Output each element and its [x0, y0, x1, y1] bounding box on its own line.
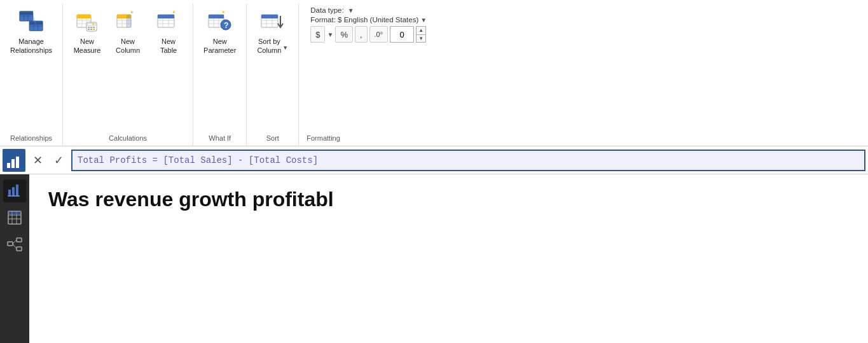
- new-table-icon: ✦: [156, 9, 181, 34]
- svg-rect-20: [90, 27, 92, 28]
- format-dropdown-arrow[interactable]: ▼: [420, 17, 427, 24]
- new-column-label: NewColumn: [116, 37, 140, 55]
- sort-by-column-label-row: Sort byColumn ▼: [257, 37, 288, 55]
- svg-rect-56: [7, 163, 10, 168]
- formatting-content: Data type: ▼ Format: $ English (United S…: [304, 4, 863, 132]
- sidebar: [0, 174, 29, 343]
- sidebar-data-view[interactable]: [3, 206, 26, 229]
- new-parameter-button[interactable]: ? ✦ NewParameter: [198, 6, 241, 58]
- ribbon-group-relationships: ManageRelationships Relationships: [0, 4, 63, 146]
- svg-rect-61: [16, 185, 18, 196]
- decimal-input[interactable]: [390, 26, 414, 43]
- sort-group-label: Sort: [252, 132, 293, 146]
- ribbon-group-whatif: ? ✦ NewParameter What If: [193, 4, 247, 146]
- new-measure-button[interactable]: ✦ NewMeasure: [68, 6, 106, 58]
- manage-relationships-icon: [18, 9, 44, 34]
- svg-rect-57: [11, 159, 15, 168]
- svg-rect-59: [8, 190, 11, 196]
- ribbon-group-calculations-items: ✦ NewMeasure: [68, 4, 188, 132]
- manage-relationships-label: ManageRelationships: [10, 37, 52, 55]
- sidebar-report-view[interactable]: [3, 179, 26, 202]
- svg-text:?: ?: [224, 21, 228, 30]
- formula-cancel-button[interactable]: ✕: [29, 153, 46, 167]
- formula-input[interactable]: [71, 150, 865, 171]
- svg-line-72: [13, 240, 17, 244]
- sort-by-column-label: Sort byColumn: [257, 37, 281, 55]
- comma-button[interactable]: ,: [355, 26, 368, 43]
- chart-icon: [3, 149, 25, 172]
- ribbon-group-sort-items: Sort byColumn ▼: [252, 4, 293, 132]
- calculations-group-label: Calculations: [68, 132, 188, 146]
- svg-line-73: [13, 244, 17, 249]
- decimal-spinner: ▲ ▼: [416, 26, 426, 43]
- content-title: Was revenue growth profitabl: [48, 187, 849, 211]
- svg-rect-21: [93, 27, 95, 28]
- formatting-group-label: Formatting: [304, 132, 863, 146]
- sort-by-column-icon: [260, 9, 286, 34]
- decimal-button[interactable]: .0°: [369, 26, 389, 43]
- svg-rect-68: [8, 211, 21, 215]
- svg-text:✦: ✦: [221, 10, 226, 15]
- svg-rect-1: [20, 12, 33, 15]
- svg-rect-12: [77, 15, 91, 18]
- svg-rect-19: [88, 27, 90, 28]
- svg-rect-22: [88, 29, 90, 30]
- ribbon-group-calculations: ✦ NewMeasure: [63, 4, 193, 146]
- currency-dropdown-arrow[interactable]: ▼: [327, 31, 333, 38]
- new-column-icon: ✦: [115, 9, 141, 34]
- svg-text:✦: ✦: [130, 10, 134, 15]
- svg-text:✦: ✦: [172, 10, 176, 15]
- data-type-row: Data type: ▼: [310, 6, 857, 14]
- new-table-button[interactable]: ✦ NewTable: [149, 6, 188, 58]
- currency-button[interactable]: $: [310, 26, 325, 43]
- ribbon: ManageRelationships Relationships: [0, 0, 868, 146]
- new-measure-label: NewMeasure: [74, 37, 101, 55]
- data-type-dropdown-arrow[interactable]: ▼: [348, 7, 354, 14]
- format-row: Format: $ English (United States) ▼: [310, 16, 857, 24]
- svg-rect-69: [8, 242, 13, 246]
- ribbon-group-relationships-items: ManageRelationships: [5, 4, 57, 132]
- svg-rect-58: [16, 157, 19, 168]
- ribbon-group-formatting: Data type: ▼ Format: $ English (United S…: [299, 4, 868, 146]
- svg-rect-6: [29, 22, 43, 25]
- svg-rect-24: [93, 29, 95, 30]
- decimal-spinner-down[interactable]: ▼: [417, 35, 425, 43]
- relationships-group-label: Relationships: [5, 132, 57, 146]
- svg-rect-23: [90, 29, 92, 30]
- ribbon-group-whatif-items: ? ✦ NewParameter: [198, 4, 241, 132]
- svg-rect-71: [17, 247, 22, 251]
- percent-button[interactable]: %: [335, 26, 353, 43]
- data-type-label: Data type:: [310, 6, 343, 14]
- sort-by-column-button[interactable]: Sort byColumn ▼: [252, 6, 293, 58]
- main-area: Was revenue growth profitabl: [0, 174, 868, 343]
- new-table-label: NewTable: [160, 37, 177, 55]
- svg-text:✦: ✦: [92, 22, 95, 26]
- svg-rect-32: [127, 15, 131, 27]
- new-parameter-label: NewParameter: [203, 37, 236, 55]
- formula-confirm-button[interactable]: ✓: [50, 153, 67, 167]
- manage-relationships-button[interactable]: ManageRelationships: [5, 6, 57, 58]
- content-area: Was revenue growth profitabl: [29, 174, 868, 343]
- ribbon-content: ManageRelationships Relationships: [0, 0, 868, 146]
- format-buttons-row: $ ▼ % , .0° ▲ ▼: [310, 26, 857, 43]
- svg-rect-70: [17, 238, 22, 242]
- svg-rect-51: [261, 15, 278, 18]
- ribbon-group-sort: Sort byColumn ▼ Sort: [247, 4, 299, 146]
- new-column-button[interactable]: ✦ NewColumn: [109, 6, 147, 58]
- new-measure-icon: ✦: [74, 9, 100, 34]
- svg-rect-60: [12, 187, 15, 196]
- format-label: Format: $ English (United States): [310, 16, 418, 24]
- new-parameter-icon: ? ✦: [207, 9, 233, 34]
- decimal-spinner-up[interactable]: ▲: [417, 27, 425, 35]
- whatif-group-label: What If: [198, 132, 241, 146]
- formula-bar: ✕ ✓: [0, 146, 868, 174]
- sort-dropdown-arrow: ▼: [282, 45, 288, 51]
- sidebar-model-view[interactable]: [3, 233, 26, 256]
